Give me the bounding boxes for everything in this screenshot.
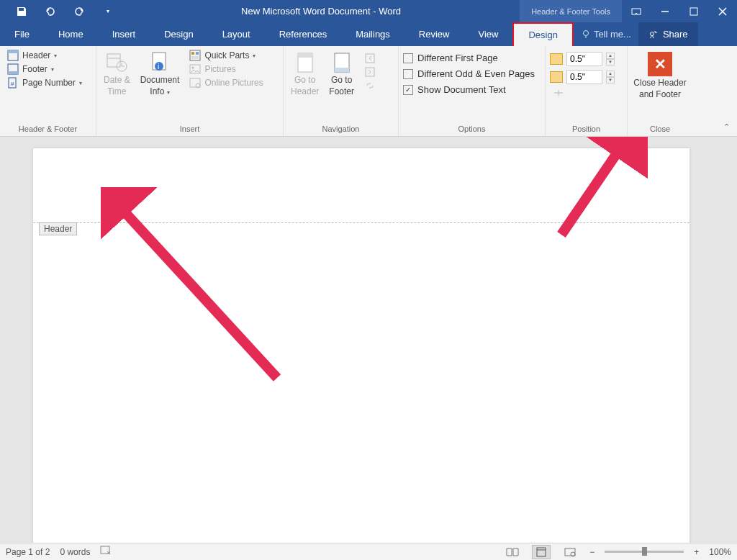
pictures-label: Pictures (204, 64, 235, 74)
svg-rect-26 (190, 78, 200, 87)
svg-rect-29 (298, 53, 312, 58)
date-time-icon (105, 50, 128, 73)
goto-header-button[interactable]: Go toHeader (288, 49, 322, 99)
footer-label: Footer (22, 64, 48, 74)
group-label-position: Position (546, 123, 627, 136)
maximize-button[interactable] (679, 0, 708, 22)
header-from-top-spinner[interactable]: ▲▼ (550, 50, 615, 68)
footer-dropdown[interactable]: Footer▾ (4, 63, 85, 76)
undo-icon (45, 6, 56, 17)
ribbon-display-button[interactable] (622, 0, 651, 22)
close-icon (718, 7, 727, 16)
zoom-slider[interactable] (605, 551, 684, 553)
group-label-insert: Insert (96, 123, 283, 136)
show-document-text-checkbox[interactable]: ✓Show Document Text (403, 82, 535, 97)
svg-rect-7 (8, 50, 18, 53)
ribbon-display-icon (631, 6, 641, 17)
different-odd-even-checkbox[interactable]: Different Odd & Even Pages (403, 66, 535, 81)
qat-customize[interactable]: ▾ (94, 0, 122, 22)
svg-rect-2 (690, 8, 697, 15)
zoom-slider-thumb[interactable] (642, 547, 647, 556)
quick-parts-dropdown[interactable]: Quick Parts▾ (186, 49, 266, 62)
close-header-footer-button[interactable]: ✕ Close Header and Footer (633, 49, 686, 100)
status-page[interactable]: Page 1 of 2 (6, 547, 50, 557)
different-first-page-checkbox[interactable]: Different First Page (403, 50, 535, 66)
tab-design[interactable]: Design (150, 22, 207, 46)
save-button[interactable] (7, 0, 36, 22)
previous-section-button[interactable] (361, 52, 379, 65)
document-area: 1 Header (0, 137, 737, 543)
header-boundary (33, 222, 689, 223)
collapse-ribbon-button[interactable]: ⌃ (723, 122, 730, 132)
date-time-button[interactable]: Date &Time (101, 49, 133, 99)
tab-references[interactable]: References (265, 22, 341, 46)
group-options: Different First Page Different Odd & Eve… (399, 46, 546, 136)
share-button[interactable]: Share (638, 22, 698, 46)
footer-from-bottom-input[interactable] (566, 70, 602, 84)
zoom-level[interactable]: 100% (709, 547, 731, 557)
tab-file[interactable]: File (0, 22, 44, 46)
tab-view[interactable]: View (464, 22, 512, 46)
svg-rect-31 (335, 68, 349, 72)
next-section-button[interactable] (361, 66, 379, 78)
page-number-label: Page Number (22, 78, 76, 88)
tab-review[interactable]: Review (404, 22, 464, 46)
group-position: ▲▼ ▲▼ Position (546, 46, 628, 136)
group-label-header-footer: Header & Footer (0, 123, 96, 136)
tab-layout[interactable]: Layout (208, 22, 265, 46)
tab-header-footer-design[interactable]: Design (512, 22, 573, 46)
tab-mailings[interactable]: Mailings (341, 22, 404, 46)
tab-home[interactable]: Home (44, 22, 98, 46)
undo-button[interactable] (36, 0, 65, 22)
zoom-in-button[interactable]: + (694, 547, 699, 557)
header-from-top-input[interactable] (566, 52, 602, 66)
print-layout-button[interactable] (532, 545, 551, 559)
contextual-tab-label: Header & Footer Tools (520, 0, 622, 22)
svg-rect-37 (537, 548, 546, 556)
share-icon (648, 30, 659, 40)
online-pictures-button[interactable]: Online Pictures (186, 76, 266, 89)
close-window-button[interactable] (708, 0, 737, 22)
status-words[interactable]: 0 words (60, 547, 90, 557)
group-insert: Date &Time i DocumentInfo ▾ Quick Parts▾… (96, 46, 284, 136)
header-position-icon (550, 53, 563, 65)
page[interactable]: 1 Header (33, 148, 689, 543)
footer-icon (7, 63, 19, 75)
goto-footer-button[interactable]: Go toFooter (326, 49, 357, 99)
read-mode-button[interactable] (503, 545, 522, 559)
redo-button[interactable] (65, 0, 94, 22)
web-layout-button[interactable] (561, 545, 579, 559)
minimize-button[interactable] (651, 0, 679, 22)
document-info-icon: i (148, 50, 171, 73)
goto-footer-icon (331, 50, 353, 73)
footer-from-bottom-spinner[interactable]: ▲▼ (550, 68, 615, 86)
header-icon (7, 50, 19, 61)
tell-me-search[interactable]: Tell me... (574, 22, 638, 46)
link-previous-button[interactable] (361, 79, 379, 92)
insert-alignment-tab-button[interactable] (550, 86, 615, 99)
spinner-down[interactable]: ▼ (606, 59, 615, 66)
svg-rect-33 (366, 68, 374, 76)
minimize-icon (661, 7, 669, 16)
group-close: ✕ Close Header and Footer Close (628, 46, 692, 136)
spinner-up[interactable]: ▲ (606, 71, 615, 77)
pictures-button[interactable]: Pictures (186, 63, 266, 76)
svg-point-25 (192, 67, 194, 69)
svg-rect-9 (8, 71, 18, 74)
page-number-icon: # (7, 77, 19, 89)
header-dropdown[interactable]: Header▾ (4, 49, 85, 62)
print-layout-icon (535, 547, 548, 557)
header-region[interactable]: 1 (33, 148, 689, 222)
document-info-dropdown[interactable]: i DocumentInfo ▾ (137, 49, 183, 99)
lightbulb-icon (581, 30, 591, 40)
spinner-down[interactable]: ▼ (606, 77, 615, 83)
link-icon (364, 80, 376, 91)
online-pictures-label: Online Pictures (204, 78, 263, 88)
goto-header-icon (294, 50, 316, 73)
spinner-up[interactable]: ▲ (606, 53, 615, 59)
quick-parts-icon (189, 50, 201, 61)
page-number-dropdown[interactable]: # Page Number▾ (4, 76, 85, 89)
tab-insert[interactable]: Insert (98, 22, 150, 46)
zoom-out-button[interactable]: − (589, 547, 594, 557)
status-proofing-button[interactable] (100, 546, 112, 558)
